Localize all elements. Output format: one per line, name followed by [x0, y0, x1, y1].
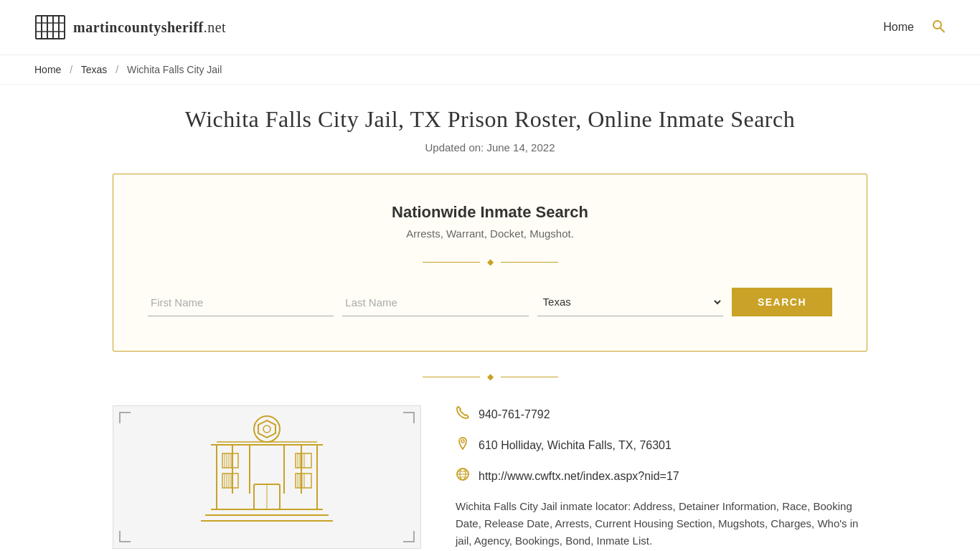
corner-bl [119, 531, 131, 542]
info-section: 940-761-7792 610 Holliday, Wichita Falls… [113, 405, 867, 550]
search-box-title: Nationwide Inmate Search [148, 203, 832, 222]
contact-info: 940-761-7792 610 Holliday, Wichita Falls… [456, 405, 867, 550]
address-row: 610 Holliday, Wichita Falls, TX, 76301 [456, 436, 867, 454]
corner-tl [119, 412, 131, 423]
breadcrumb: Home / Texas / Wichita Falls City Jail [0, 55, 980, 85]
website-row: http://www.cwftx.net/index.aspx?nid=17 [456, 467, 867, 485]
phone-number: 940-761-7792 [479, 408, 550, 421]
phone-icon [456, 405, 470, 423]
website-link[interactable]: http://www.cwftx.net/index.aspx?nid=17 [479, 470, 679, 483]
diamond-icon: ◆ [487, 257, 494, 268]
site-header: martincountysheriff.net Home [0, 0, 980, 55]
phone-row: 940-761-7792 [456, 405, 867, 423]
breadcrumb-sep-1: / [70, 64, 72, 75]
search-box-subtitle: Arrests, Warrant, Docket, Mugshot. [148, 227, 832, 240]
svg-point-44 [461, 440, 464, 443]
search-icon [931, 19, 946, 33]
breadcrumb-home[interactable]: Home [34, 64, 61, 75]
svg-rect-0 [36, 16, 65, 39]
search-button[interactable]: SEARCH [732, 288, 832, 316]
logo-icon [34, 11, 66, 43]
section-diamond-icon: ◆ [487, 372, 494, 382]
search-box: Nationwide Inmate Search Arrests, Warran… [113, 174, 867, 352]
main-content: Wichita Falls City Jail, TX Prison Roste… [95, 85, 885, 551]
svg-point-11 [263, 425, 270, 433]
section-divider: ◆ [113, 372, 867, 382]
building-svg [195, 409, 339, 548]
contact-description: Wichita Falls City Jail inmate locator: … [456, 498, 867, 550]
address-text: 610 Holliday, Wichita Falls, TX, 76301 [479, 439, 672, 452]
breadcrumb-current: Wichita Falls City Jail [127, 64, 222, 75]
location-icon [456, 436, 470, 454]
section-divider-line-right [501, 377, 558, 377]
corner-br [403, 531, 415, 542]
last-name-input[interactable] [342, 289, 528, 316]
divider-line-right [501, 262, 558, 263]
search-form: AlabamaAlaskaArizonaArkansasCaliforniaCo… [148, 288, 832, 316]
nav-search-button[interactable] [931, 19, 946, 37]
main-nav: Home [883, 19, 946, 37]
site-logo[interactable]: martincountysheriff.net [34, 11, 226, 43]
updated-text: Updated on: June 14, 2022 [113, 141, 867, 154]
first-name-input[interactable] [148, 289, 334, 316]
nav-home-link[interactable]: Home [883, 21, 914, 34]
breadcrumb-state[interactable]: Texas [81, 64, 108, 75]
svg-line-8 [941, 28, 945, 32]
logo-text: martincountysheriff.net [73, 19, 226, 36]
state-select[interactable]: AlabamaAlaskaArizonaArkansasCaliforniaCo… [537, 288, 723, 316]
svg-marker-10 [258, 420, 275, 438]
corner-tr [403, 412, 415, 423]
building-image [113, 405, 421, 549]
page-title: Wichita Falls City Jail, TX Prison Roste… [113, 106, 867, 133]
breadcrumb-sep-2: / [116, 64, 118, 75]
divider-line-left [423, 262, 480, 263]
section-divider-line-left [423, 377, 480, 377]
globe-icon [456, 467, 470, 485]
inner-divider: ◆ [148, 257, 832, 268]
